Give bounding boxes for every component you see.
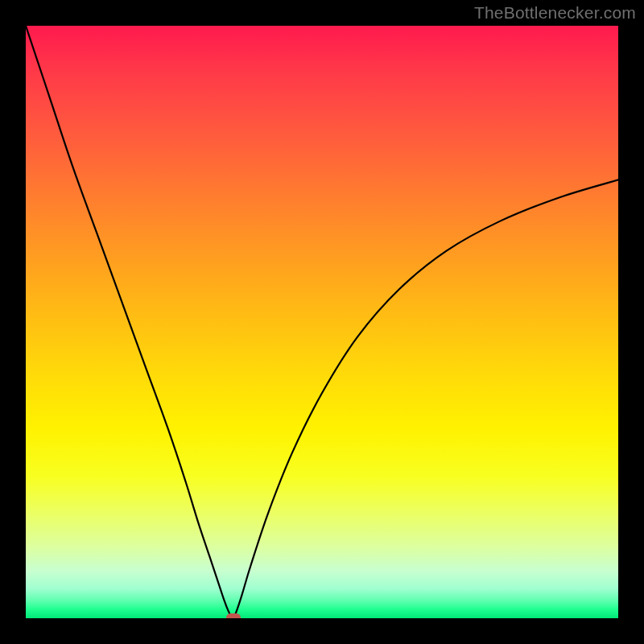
optimum-marker: [226, 613, 241, 618]
plot-area: [26, 26, 618, 618]
bottleneck-curve: [26, 26, 618, 618]
chart-frame: TheBottlenecker.com: [0, 0, 644, 644]
watermark-label: TheBottlenecker.com: [474, 3, 636, 23]
